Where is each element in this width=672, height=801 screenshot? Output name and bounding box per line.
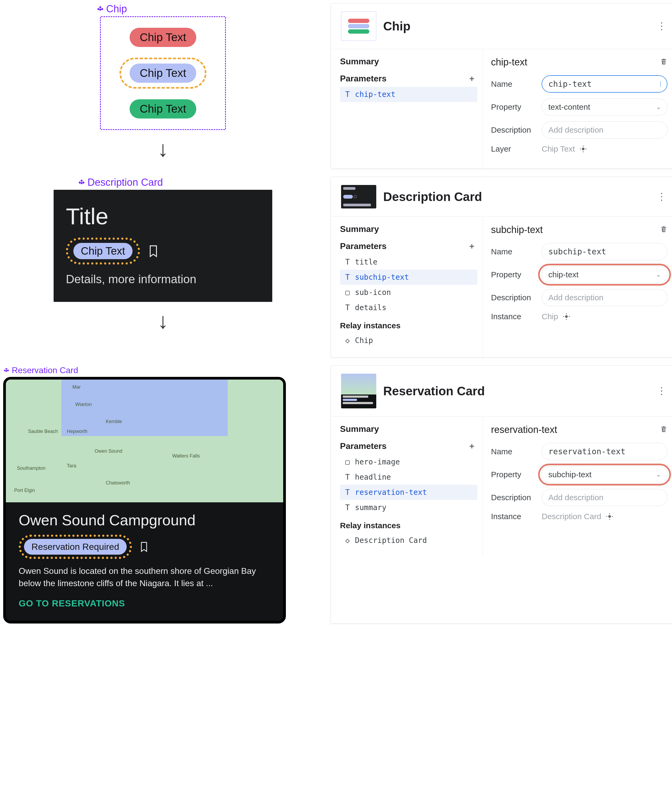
panel-description-card: Description Card ⋮ Summary Parameters + … [331,177,672,357]
rc-cta-button[interactable]: GO TO RESERVATIONS [19,598,270,608]
relay-instance-item[interactable]: ◇ Description Card [340,533,477,548]
parameter-detail-header: chip-text [491,56,527,68]
map-label: Hepworth [67,429,87,434]
rc-summary: Owen Sound is located on the southern sh… [19,565,270,590]
description-card-preview: Title Chip Text Details, more informatio… [54,190,272,302]
property-select-value: chip-text [548,270,578,279]
relay-instance-label: Description Card [355,536,427,545]
parameter-item[interactable]: Tdetails [340,300,477,315]
field-description-label: Description [491,293,534,302]
property-select-value: text-content [548,103,590,112]
property-select-value: subchip-text [548,470,592,479]
chevron-down-icon: ⌄ [656,272,661,278]
parameter-item-label: title [355,257,377,266]
bookmark-icon [140,541,149,553]
name-input-value: chip-text [548,79,592,88]
parameter-item-label: subchip-text [355,273,409,281]
parameter-item[interactable]: ▢hero-image [340,454,477,470]
parameter-item[interactable]: Ttitle [340,254,477,270]
name-input-value: subchip-text [548,247,606,256]
add-parameter-button[interactable]: + [466,441,477,452]
description-input[interactable]: Add description [542,489,667,506]
property-select[interactable]: chip-text ⌄ [542,266,667,283]
text-type-icon: T [344,503,351,512]
rc-chip-outline: Reservation Required [19,535,132,559]
diamond-outline-icon: ◇ [344,336,351,345]
parameters-heading: Parameters [340,74,387,84]
relay-instances-heading: Relay instances [340,521,477,530]
panel-chip: Chip ⋮ Summary Parameters + T chip-text [331,3,672,169]
text-type-icon: T [344,90,351,99]
property-select[interactable]: subchip-text ⌄ [542,466,667,483]
diamond-icon [96,5,104,13]
field-description-label: Description [491,493,534,502]
field-property-label: Property [491,103,534,112]
reservation-card-preview: Mar Wiarton Sauble Beach Hepworth Kemble… [3,377,286,624]
component-label-chip: Chip [96,3,127,14]
parameter-item-label: sub-icon [355,288,391,297]
panel-rc-thumbnail [341,374,376,409]
description-placeholder: Add description [548,493,603,502]
chevron-down-icon: ⌄ [656,104,661,110]
map-label: Tara [67,463,76,469]
chip-green: Chip Text [130,99,196,119]
chevron-down-icon: ⌄ [656,471,661,478]
locate-icon[interactable] [579,145,587,153]
locate-icon[interactable] [562,312,570,320]
description-input[interactable]: Add description [542,289,667,306]
relay-instances-heading: Relay instances [340,321,477,330]
chip-selection-outline: Chip Text [119,58,206,88]
field-instance-label: Instance [491,512,534,521]
chip-red: Chip Text [130,28,196,47]
add-parameter-button[interactable]: + [466,240,477,252]
parameter-item-label: chip-text [355,90,396,99]
property-select[interactable]: text-content ⌄ [542,98,667,116]
parameter-item[interactable]: ▢sub-icon [340,285,477,300]
panel-menu-button[interactable]: ⋮ [657,385,666,397]
text-caret [661,81,661,87]
parameter-item[interactable]: Treservation-text [340,485,477,500]
field-description-label: Description [491,125,534,135]
parameter-detail-header: subchip-text [491,224,543,235]
parameter-item[interactable]: T chip-text [340,87,477,102]
text-type-icon: T [344,257,351,266]
parameter-item[interactable]: Tsummary [340,500,477,515]
map-label: Southampton [17,465,46,471]
parameter-item[interactable]: Tsubchip-text [340,270,477,285]
map-label: Sauble Beach [28,429,58,434]
panel-rc-title: Reservation Card [383,384,650,398]
name-input[interactable]: reservation-text [542,443,667,460]
dc-chip-outline: Chip Text [66,238,140,264]
trash-icon [660,58,667,65]
delete-parameter-button[interactable] [660,224,667,235]
layer-value: Chip Text [542,145,575,153]
description-input[interactable]: Add description [542,121,667,138]
summary-heading: Summary [340,224,477,234]
name-input[interactable]: subchip-text [542,243,667,260]
instance-value: Chip [542,312,558,321]
text-type-icon: T [344,303,351,312]
parameter-item-label: headline [355,473,391,481]
name-input[interactable]: chip-text [542,75,667,93]
rc-headline: Owen Sound Campground [19,511,270,529]
trash-icon [660,225,667,233]
panel-chip-title: Chip [383,19,650,33]
delete-parameter-button[interactable] [660,56,667,68]
field-name-label: Name [491,447,534,456]
field-property-label: Property [491,270,534,279]
parameters-heading: Parameters [340,441,387,451]
relay-instance-item[interactable]: ◇ Chip [340,333,477,348]
add-parameter-button[interactable]: + [466,73,477,84]
parameter-item[interactable]: Theadline [340,470,477,485]
panel-dc-thumbnail [341,185,376,209]
parameter-item-label: hero-image [355,457,400,466]
locate-icon[interactable] [606,513,614,521]
panel-menu-button[interactable]: ⋮ [657,21,666,32]
rc-chip: Reservation Required [24,539,127,555]
panel-menu-button[interactable]: ⋮ [657,191,666,202]
map-label: Walters Falls [172,453,200,459]
component-label-dc: Description Card [78,177,163,188]
delete-parameter-button[interactable] [660,424,667,435]
dc-title: Title [66,203,260,230]
panel-chip-thumbnail [341,11,376,41]
